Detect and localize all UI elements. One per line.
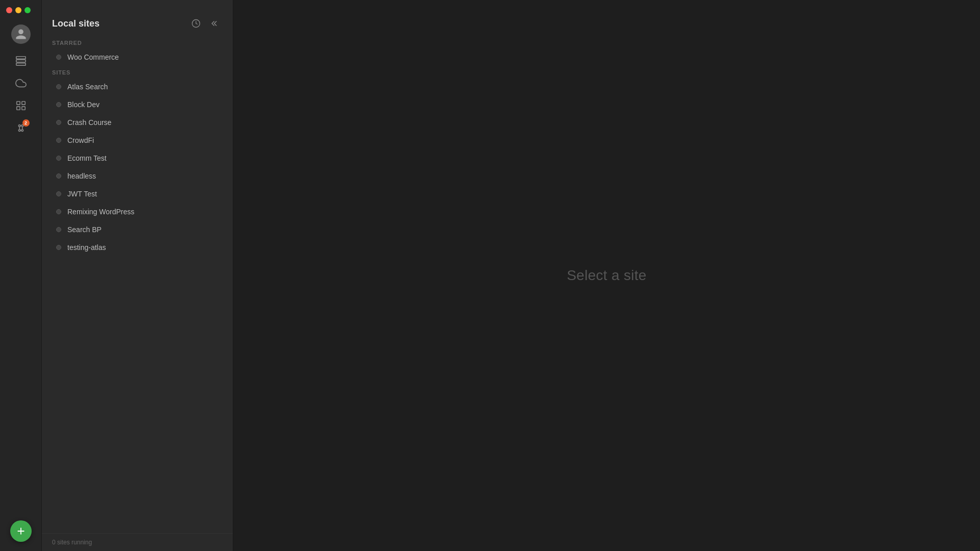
site-item[interactable]: headless bbox=[46, 167, 229, 185]
sites-panel-title: Local sites bbox=[52, 18, 100, 29]
status-dot bbox=[56, 156, 61, 161]
sites-header: Local sites bbox=[42, 9, 233, 37]
status-dot bbox=[56, 173, 61, 179]
svg-point-9 bbox=[18, 130, 20, 132]
svg-rect-4 bbox=[21, 102, 24, 105]
sites-panel: Local sites Starred Woo Commerce bbox=[42, 0, 233, 551]
site-name: Remixing WordPress bbox=[67, 208, 134, 216]
svg-rect-5 bbox=[16, 107, 19, 110]
extensions-badge: 2 bbox=[22, 119, 30, 127]
svg-point-10 bbox=[21, 130, 23, 132]
site-item[interactable]: Atlas Search bbox=[46, 78, 229, 95]
svg-point-7 bbox=[18, 125, 20, 127]
maximize-button[interactable] bbox=[24, 7, 31, 13]
add-site-button[interactable] bbox=[10, 520, 32, 542]
traffic-lights bbox=[0, 5, 31, 13]
site-item[interactable]: Remixing WordPress bbox=[46, 203, 229, 220]
site-item[interactable]: Crash Course bbox=[46, 114, 229, 131]
status-dot bbox=[56, 191, 61, 196]
header-icons bbox=[189, 16, 223, 31]
svg-rect-6 bbox=[21, 107, 24, 110]
cloud-nav-icon[interactable] bbox=[11, 73, 31, 93]
grid-nav-icon[interactable] bbox=[11, 96, 31, 115]
sites-nav-icon[interactable] bbox=[11, 51, 31, 70]
site-item[interactable]: JWT Test bbox=[46, 185, 229, 203]
site-name: CrowdFi bbox=[67, 136, 94, 144]
sites-list: Atlas Search Block Dev Crash Course Crow… bbox=[42, 78, 233, 256]
sites-footer: 0 sites running bbox=[42, 533, 233, 551]
site-name: JWT Test bbox=[67, 190, 97, 198]
sites-scrollable: Starred Woo Commerce Sites Atlas Search … bbox=[42, 37, 233, 533]
svg-rect-0 bbox=[16, 57, 25, 59]
status-dot bbox=[56, 209, 61, 214]
site-item[interactable]: Ecomm Test bbox=[46, 149, 229, 167]
site-item[interactable]: Woo Commerce bbox=[46, 48, 229, 66]
extensions-nav-icon[interactable]: 2 bbox=[11, 118, 31, 138]
site-item[interactable]: Search BP bbox=[46, 221, 229, 238]
svg-rect-2 bbox=[16, 63, 25, 66]
collapse-button[interactable] bbox=[208, 16, 223, 31]
status-dot bbox=[56, 120, 61, 125]
status-dot bbox=[56, 227, 61, 232]
minimize-button[interactable] bbox=[15, 7, 21, 13]
starred-section-label: Starred bbox=[42, 37, 233, 48]
status-dot bbox=[56, 84, 61, 89]
main-area: Select a site bbox=[233, 0, 980, 551]
svg-rect-3 bbox=[16, 102, 19, 105]
site-item[interactable]: CrowdFi bbox=[46, 132, 229, 149]
svg-rect-1 bbox=[16, 60, 25, 62]
status-dot bbox=[56, 55, 61, 60]
site-name: testing-atlas bbox=[67, 243, 106, 252]
site-name: Search BP bbox=[67, 226, 102, 234]
site-name: Crash Course bbox=[67, 118, 111, 127]
starred-site-list: Woo Commerce bbox=[42, 48, 233, 66]
status-dot bbox=[56, 245, 61, 250]
site-item[interactable]: Block Dev bbox=[46, 96, 229, 113]
status-dot bbox=[56, 102, 61, 107]
site-name: Ecomm Test bbox=[67, 154, 107, 162]
running-label-text: sites running bbox=[57, 539, 92, 546]
running-count: 0 bbox=[52, 539, 56, 546]
site-name: Woo Commerce bbox=[67, 53, 119, 61]
site-name: Atlas Search bbox=[67, 83, 108, 91]
icon-sidebar: 2 bbox=[0, 0, 42, 551]
select-site-placeholder: Select a site bbox=[567, 267, 646, 284]
close-button[interactable] bbox=[6, 7, 12, 13]
site-name: Block Dev bbox=[67, 101, 100, 109]
sites-section-label: Sites bbox=[42, 66, 233, 78]
site-name: headless bbox=[67, 172, 96, 180]
avatar[interactable] bbox=[11, 24, 31, 44]
site-item[interactable]: testing-atlas bbox=[46, 239, 229, 256]
history-button[interactable] bbox=[189, 16, 203, 31]
status-dot bbox=[56, 138, 61, 143]
